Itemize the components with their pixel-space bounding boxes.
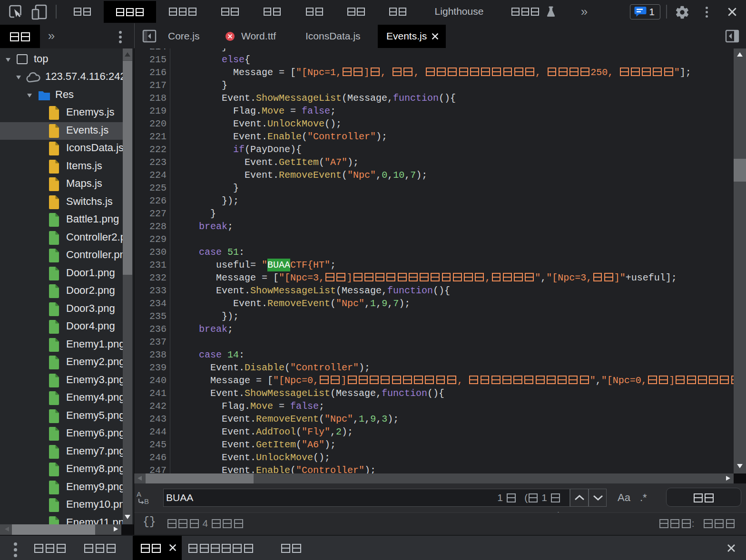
svg-text:A: A bbox=[137, 492, 141, 498]
svg-text:B: B bbox=[144, 497, 149, 505]
